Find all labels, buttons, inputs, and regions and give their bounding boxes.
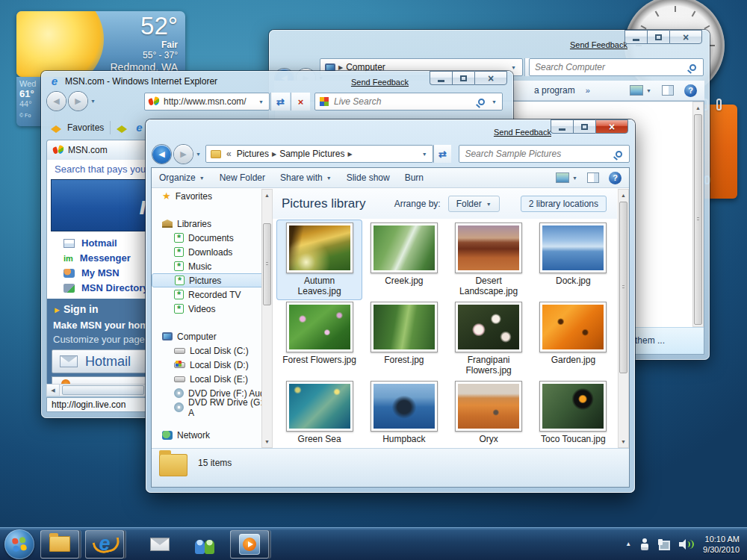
add-favorite-icon[interactable] xyxy=(117,120,127,129)
pictures-window[interactable]: Send Feedback × ◀ ▶ ▼ « Pictures ▶ Sampl… xyxy=(146,119,635,493)
nav-computer[interactable]: Computer xyxy=(152,329,273,343)
send-feedback-link[interactable]: Send Feedback xyxy=(351,78,409,87)
scroll-down-icon[interactable]: ▼ xyxy=(619,436,628,447)
breadcrumb-sample-pictures[interactable]: Sample Pictures xyxy=(279,149,344,159)
preview-pane-button[interactable] xyxy=(587,172,599,183)
address-url[interactable]: http://www.msn.com/ xyxy=(164,96,247,107)
scrollbar-thumb[interactable] xyxy=(62,385,144,395)
search-input[interactable] xyxy=(329,96,478,107)
send-feedback-link[interactable]: Send Feedback xyxy=(494,128,551,137)
library-locations-button[interactable]: 2 library locations xyxy=(521,196,607,212)
taskbar-clock[interactable]: 10:10 AM 9/30/2010 xyxy=(703,534,740,555)
minimize-button[interactable] xyxy=(624,30,647,44)
address-bar[interactable]: http://www.msn.com/ ▼ xyxy=(144,93,270,111)
address-dropdown-icon[interactable]: ▼ xyxy=(258,99,264,105)
scrollbar-thumb[interactable] xyxy=(263,223,271,305)
help-button[interactable]: ? xyxy=(684,84,697,97)
close-button[interactable]: × xyxy=(669,30,702,44)
arrange-by-dropdown[interactable]: Folder▼ xyxy=(448,196,500,212)
file-scrollbar[interactable]: ▲ ▼ xyxy=(618,189,629,448)
nav-libraries[interactable]: Libraries xyxy=(152,217,273,231)
forward-button[interactable]: ▶ xyxy=(69,92,87,111)
scroll-left-icon[interactable]: ◀ xyxy=(47,385,60,396)
taskbar-explorer-button[interactable] xyxy=(40,530,79,559)
search-input[interactable] xyxy=(459,149,616,159)
file-item[interactable]: Autumn Leaves.jpg xyxy=(277,220,362,299)
taskbar-mail-button[interactable] xyxy=(140,530,179,559)
suggested-sites-icon[interactable] xyxy=(133,122,145,134)
back-button[interactable]: ◀ xyxy=(152,145,171,164)
link-my-msn[interactable]: My MSN xyxy=(63,267,149,279)
breadcrumb-pictures[interactable]: Pictures xyxy=(237,149,269,159)
history-dropdown-icon[interactable]: ▼ xyxy=(196,152,201,157)
maximize-button[interactable] xyxy=(647,30,669,44)
taskbar-media-player-button[interactable] xyxy=(230,530,269,559)
msn-tagline[interactable]: Search that pays you xyxy=(55,164,146,175)
nav-pictures[interactable]: *Pictures xyxy=(152,273,270,287)
address-bar[interactable]: « Pictures ▶ Sample Pictures ▶ ▼ xyxy=(205,145,433,163)
refresh-button[interactable]: ⇄ xyxy=(433,145,452,163)
send-feedback-link[interactable]: Send Feedback xyxy=(570,40,627,49)
nav-videos[interactable]: *Videos xyxy=(152,302,273,316)
nav-disk-d[interactable]: Local Disk (D:) xyxy=(152,358,273,372)
nav-network[interactable]: Network xyxy=(152,428,273,442)
stop-button[interactable]: × xyxy=(291,93,310,111)
live-search-box[interactable]: ▼ xyxy=(314,93,503,111)
file-item[interactable]: Garden.jpg xyxy=(531,299,616,379)
forward-button[interactable]: ▶ xyxy=(174,145,193,164)
nav-scrollbar[interactable]: ▲ ▼ xyxy=(261,189,273,448)
history-dropdown-icon[interactable]: ▼ xyxy=(90,99,96,104)
link-messenger[interactable]: imMessenger xyxy=(63,252,149,264)
minimize-button[interactable] xyxy=(551,119,573,134)
burn-button[interactable]: Burn xyxy=(397,168,431,187)
partial-button[interactable] xyxy=(52,376,152,384)
file-item[interactable]: Toco Toucan.jpg xyxy=(531,379,616,458)
views-button[interactable]: ▼ xyxy=(630,85,651,96)
views-button[interactable]: ▼ xyxy=(556,172,577,183)
address-dropdown-icon[interactable]: ▼ xyxy=(422,152,427,157)
start-button[interactable] xyxy=(4,529,34,559)
network-tray-icon[interactable] xyxy=(658,539,670,550)
share-with-button[interactable]: Share with▼ xyxy=(273,168,339,187)
toolbar-fragment[interactable]: a program xyxy=(534,85,575,96)
link-hotmail[interactable]: Hotmail xyxy=(63,237,149,249)
breadcrumb-back-icon[interactable]: « xyxy=(226,149,232,159)
organize-button[interactable]: Organize▼ xyxy=(152,168,212,187)
nav-favorites[interactable]: ★Favorites xyxy=(152,189,273,203)
scroll-up-icon[interactable]: ▲ xyxy=(693,102,703,113)
nav-recorded-tv[interactable]: *Recorded TV xyxy=(152,287,273,302)
ie-titlebar[interactable]: MSN.com - Windows Internet Explorer xyxy=(49,75,217,87)
toolbar-more-chevron[interactable]: » xyxy=(586,86,590,95)
scroll-up-icon[interactable]: ▲ xyxy=(262,190,272,201)
weather-gadget[interactable]: 52° Fair 55° - 37° Redmond, WA xyxy=(16,11,185,77)
search-input[interactable] xyxy=(530,62,689,72)
file-item[interactable]: Dock.jpg xyxy=(531,220,616,299)
scroll-up-icon[interactable]: ▲ xyxy=(619,190,628,201)
file-item[interactable]: Desert Landscape.jpg xyxy=(447,220,531,299)
refresh-button[interactable]: ⇄ xyxy=(270,93,290,111)
close-button[interactable]: × xyxy=(595,119,628,134)
nav-documents[interactable]: *Documents xyxy=(152,231,273,245)
volume-icon[interactable] xyxy=(679,538,694,550)
back-button[interactable]: ◀ xyxy=(47,92,66,111)
action-center-icon[interactable] xyxy=(640,538,649,550)
hidden-icons-arrow-icon[interactable]: ▲ xyxy=(625,541,631,547)
nav-music[interactable]: *Music xyxy=(152,259,273,273)
file-item[interactable]: Green Sea xyxy=(277,379,362,458)
link-msn-directory[interactable]: MSN Directory xyxy=(63,282,149,293)
scrollbar-thumb[interactable] xyxy=(619,202,627,373)
nav-dvd-g[interactable]: DVD RW Drive (G:) A xyxy=(152,400,273,414)
file-item[interactable]: Creek.jpg xyxy=(362,220,446,299)
scroll-down-icon[interactable]: ▼ xyxy=(262,436,272,447)
search-dropdown-icon[interactable]: ▼ xyxy=(492,99,497,105)
close-button[interactable]: × xyxy=(474,71,507,85)
nav-disk-e[interactable]: Local Disk (E:) xyxy=(152,372,273,386)
nav-disk-c[interactable]: Local Disk (C:) xyxy=(152,343,273,358)
vertical-scrollbar[interactable]: ▲ xyxy=(692,102,704,327)
file-item[interactable]: Frangipani Flowers.jpg xyxy=(447,299,531,379)
tab-msn[interactable]: MSN.com xyxy=(46,140,149,160)
file-item[interactable]: Oryx xyxy=(447,379,531,458)
maximize-button[interactable] xyxy=(573,119,595,134)
search-box[interactable] xyxy=(529,58,704,76)
help-button[interactable]: ? xyxy=(609,172,622,184)
